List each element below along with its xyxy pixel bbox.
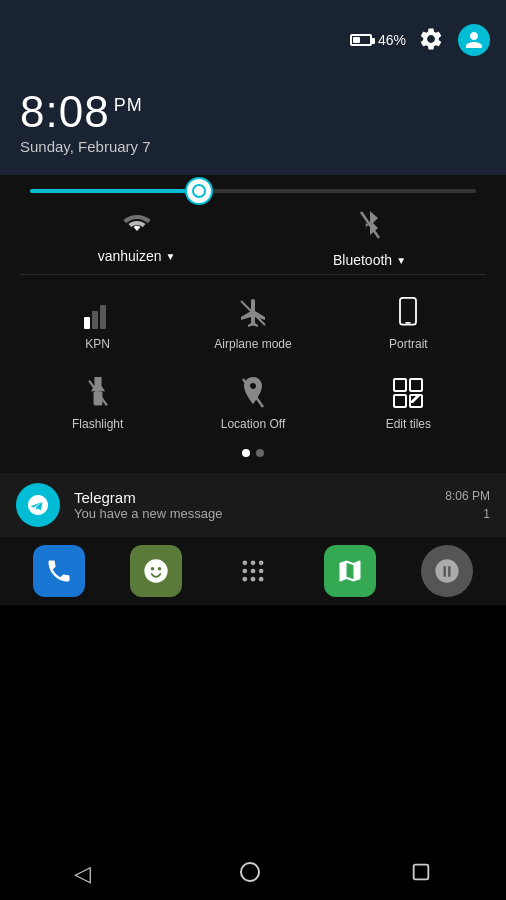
toggle-row: vanhuizen ▼ Bluetooth ▼ [20,209,486,268]
tile-flashlight-label: Flashlight [72,417,123,431]
recents-button[interactable] [410,861,432,888]
dot-2 [256,449,264,457]
svg-point-15 [151,567,155,571]
time-display: 8:08PM [20,88,486,136]
dock-phone-app[interactable] [33,545,85,597]
bluetooth-icon [358,209,382,248]
svg-rect-12 [394,395,406,407]
notification-telegram[interactable]: Telegram You have a new message 8:06 PM … [0,473,506,537]
svg-point-16 [158,567,162,571]
edit-tiles-icon [392,375,424,411]
svg-rect-10 [394,379,406,391]
svg-rect-11 [410,379,422,391]
svg-rect-2 [92,311,98,329]
tiles-grid: KPN Airplane mode Portrait [20,281,486,441]
dock-hangouts-app[interactable] [130,545,182,597]
svg-point-24 [251,577,256,582]
portrait-icon [396,295,420,331]
svg-point-20 [242,569,247,574]
settings-icon[interactable] [418,26,446,54]
status-bar: 46% [0,0,506,80]
svg-rect-6 [406,322,411,324]
time-hours: 8:08 [20,87,110,136]
svg-rect-27 [414,864,429,879]
svg-point-22 [259,569,264,574]
svg-point-23 [242,577,247,582]
flashlight-icon [84,375,112,411]
back-button[interactable]: ◁ [74,861,91,887]
wifi-chevron-icon: ▼ [165,251,175,262]
svg-point-17 [242,561,247,566]
wifi-network-label: vanhuizen [98,248,162,264]
battery-icon [350,34,372,46]
svg-point-21 [251,569,256,574]
tile-portrait-label: Portrait [389,337,428,351]
time-ampm: PM [114,95,143,115]
svg-rect-1 [84,317,90,329]
time-block: 8:08PM Sunday, February 7 [0,80,506,175]
divider [20,274,486,275]
notification-title: Telegram [74,489,431,506]
svg-point-19 [259,561,264,566]
tile-location[interactable]: Location Off [175,361,330,441]
notification-count: 1 [483,507,490,521]
bluetooth-chevron-icon: ▼ [396,255,406,266]
page-dots [20,441,486,463]
tile-kpn[interactable]: KPN [20,281,175,361]
brightness-track [30,189,476,193]
bluetooth-toggle[interactable]: Bluetooth ▼ [265,209,475,268]
notification-meta: 8:06 PM 1 [445,489,490,521]
notification-body: You have a new message [74,506,431,521]
telegram-icon [16,483,60,527]
bluetooth-label: Bluetooth [333,252,392,268]
app-dock [0,537,506,605]
dock-apps-grid[interactable] [227,545,279,597]
battery-indicator: 46% [350,32,406,48]
wifi-icon [121,209,153,244]
svg-point-14 [144,560,167,583]
navigation-bar: ◁ [0,848,506,900]
tile-airplane-label: Airplane mode [214,337,291,351]
location-icon [239,375,267,411]
svg-rect-5 [400,298,416,325]
svg-point-18 [251,561,256,566]
battery-percent: 46% [378,32,406,48]
brightness-fill [30,189,199,193]
tile-edit-label: Edit tiles [386,417,431,431]
cell-signal-icon [84,295,112,331]
tile-airplane[interactable]: Airplane mode [175,281,330,361]
dock-chrome-app[interactable] [421,545,473,597]
tile-flashlight[interactable]: Flashlight [20,361,175,441]
date-display: Sunday, February 7 [20,138,486,155]
wifi-label-row: vanhuizen ▼ [98,248,176,264]
tile-edit[interactable]: Edit tiles [331,361,486,441]
brightness-thumb[interactable] [185,177,213,205]
airplane-icon [237,295,269,331]
wifi-toggle[interactable]: vanhuizen ▼ [32,209,242,268]
tile-location-label: Location Off [221,417,286,431]
svg-rect-3 [100,305,106,329]
dot-1 [242,449,250,457]
home-button[interactable] [238,860,262,889]
notification-content: Telegram You have a new message [74,489,431,521]
brightness-icon [192,184,206,198]
tile-kpn-label: KPN [85,337,110,351]
notification-time: 8:06 PM [445,489,490,503]
svg-point-26 [241,863,259,881]
svg-point-25 [259,577,264,582]
brightness-slider[interactable] [20,189,486,193]
quick-settings-panel: vanhuizen ▼ Bluetooth ▼ [0,175,506,473]
user-icon[interactable] [458,24,490,56]
bluetooth-label-row: Bluetooth ▼ [333,252,406,268]
tile-portrait[interactable]: Portrait [331,281,486,361]
dock-maps-app[interactable] [324,545,376,597]
